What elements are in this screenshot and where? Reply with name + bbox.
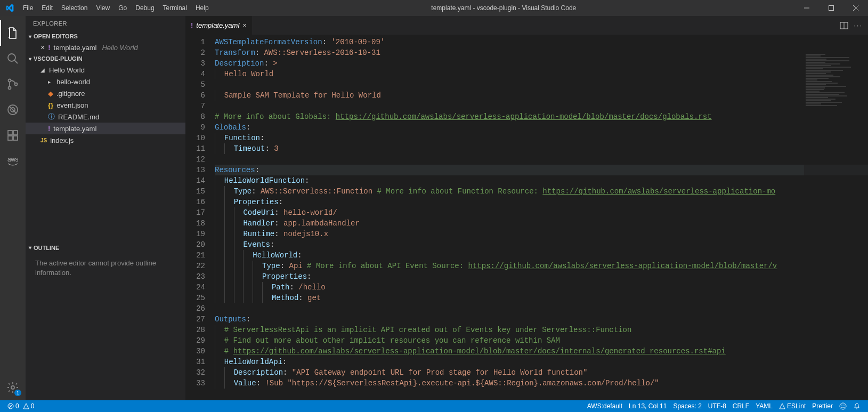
code-content[interactable]: AWSTemplateFormatVersion: '2010-09-09'Tr… <box>215 35 868 400</box>
split-editor-icon[interactable] <box>840 21 848 30</box>
status-language[interactable]: YAML <box>752 402 776 410</box>
git-file-icon: ◆ <box>48 90 53 98</box>
status-bell-icon[interactable] <box>850 402 864 410</box>
source-control-icon[interactable] <box>0 71 26 97</box>
extensions-icon[interactable] <box>0 123 26 148</box>
minimap[interactable] <box>804 53 868 400</box>
yaml-file-icon: ! <box>48 125 50 133</box>
search-icon[interactable] <box>0 46 26 71</box>
window-title: template.yaml - vscode-plugin - Visual S… <box>213 4 794 12</box>
close-icon[interactable]: × <box>40 43 45 52</box>
debug-icon[interactable] <box>0 97 26 123</box>
menu-view[interactable]: View <box>92 0 114 16</box>
file-template-yaml[interactable]: ! template.yaml <box>26 123 185 134</box>
line-number-gutter: 1234567891011121314151617181920212223242… <box>185 35 215 400</box>
yaml-file-icon: ! <box>48 44 50 52</box>
file-readme[interactable]: ⓘ README.md <box>26 111 185 123</box>
svg-rect-14 <box>13 136 18 140</box>
titlebar: FileEditSelectionViewGoDebugTerminalHelp… <box>0 0 868 16</box>
svg-line-5 <box>14 60 18 63</box>
svg-rect-1 <box>829 6 834 11</box>
close-button[interactable] <box>843 0 868 16</box>
file-index-js[interactable]: JS index.js <box>26 134 185 146</box>
menu-edit[interactable]: Edit <box>37 0 57 16</box>
svg-rect-12 <box>8 131 12 135</box>
svg-point-22 <box>840 403 846 409</box>
close-icon[interactable]: × <box>242 21 247 29</box>
more-actions-icon[interactable]: ··· <box>854 21 863 29</box>
status-errors[interactable]: 0 0 <box>4 402 37 410</box>
status-encoding[interactable]: UTF-8 <box>705 402 729 410</box>
maximize-button[interactable] <box>819 0 843 16</box>
menu-help[interactable]: Help <box>191 0 213 16</box>
menu-terminal[interactable]: Terminal <box>159 0 191 16</box>
status-indent[interactable]: Spaces: 2 <box>670 402 704 410</box>
status-aws[interactable]: AWS:default <box>584 402 626 410</box>
svg-rect-15 <box>13 131 18 135</box>
folder-hello-world[interactable]: ◢ Hello World <box>26 64 185 76</box>
info-file-icon: ⓘ <box>48 112 55 122</box>
svg-point-6 <box>9 79 11 82</box>
folder-hello-world-inner[interactable]: ▸ hello-world <box>26 76 185 87</box>
outline-message: The active editor cannot provide outline… <box>26 253 185 283</box>
status-cursor-pos[interactable]: Ln 13, Col 11 <box>626 402 670 410</box>
menu-selection[interactable]: Selection <box>57 0 92 16</box>
svg-point-8 <box>15 83 18 86</box>
chevron-down-icon: ◢ <box>40 67 46 73</box>
svg-point-4 <box>8 54 15 61</box>
menu-file[interactable]: File <box>19 0 37 16</box>
explorer-icon[interactable] <box>0 20 26 46</box>
status-bar: 0 0 AWS:default Ln 13, Col 11 Spaces: 2 … <box>0 400 868 412</box>
chevron-down-icon: ▾ <box>29 34 31 39</box>
file-gitignore[interactable]: ◆ .gitignore <box>26 87 185 99</box>
yaml-file-icon: ! <box>191 21 193 29</box>
chevron-down-icon: ▾ <box>29 56 31 62</box>
editor-area: ! template.yaml × ··· 123456789101112131… <box>185 16 868 400</box>
menubar: FileEditSelectionViewGoDebugTerminalHelp <box>19 0 213 16</box>
menu-go[interactable]: Go <box>114 0 131 16</box>
sidebar-title: EXPLORER <box>26 16 185 31</box>
aws-icon[interactable]: aws <box>0 148 26 174</box>
open-editors-header[interactable]: ▾ OPEN EDITORS <box>26 31 185 42</box>
status-eslint[interactable]: ESLint <box>776 402 809 410</box>
minimize-button[interactable] <box>794 0 819 16</box>
js-file-icon: JS <box>40 138 47 143</box>
code-editor[interactable]: 1234567891011121314151617181920212223242… <box>185 35 868 400</box>
explorer-sidebar: EXPLORER ▾ OPEN EDITORS × ! template.yam… <box>26 16 185 400</box>
chevron-down-icon: ▾ <box>29 245 31 251</box>
outline-header[interactable]: ▾ OUTLINE <box>26 243 185 253</box>
status-eol[interactable]: CRLF <box>729 402 752 410</box>
svg-point-7 <box>9 87 11 90</box>
status-prettier[interactable]: Prettier <box>809 402 836 410</box>
editor-tabs: ! template.yaml × ··· <box>185 16 868 35</box>
open-editor-item[interactable]: × ! template.yaml Hello World <box>26 42 185 53</box>
svg-point-16 <box>11 386 14 389</box>
svg-point-23 <box>841 405 842 406</box>
settings-badge: 1 <box>14 390 21 396</box>
svg-rect-13 <box>8 136 12 140</box>
activity-bar: aws 1 <box>0 16 26 400</box>
json-file-icon: {} <box>48 101 53 109</box>
status-feedback-icon[interactable] <box>836 402 850 410</box>
chevron-right-icon: ▸ <box>48 79 53 85</box>
window-controls <box>794 0 868 16</box>
tab-template-yaml[interactable]: ! template.yaml × <box>185 16 253 35</box>
menu-debug[interactable]: Debug <box>131 0 158 16</box>
settings-gear-icon[interactable]: 1 <box>0 375 26 400</box>
vscode-icon <box>0 4 19 12</box>
svg-point-24 <box>843 405 845 406</box>
file-event-json[interactable]: {} event.json <box>26 99 185 111</box>
project-header[interactable]: ▾ VSCODE-PLUGIN <box>26 53 185 64</box>
